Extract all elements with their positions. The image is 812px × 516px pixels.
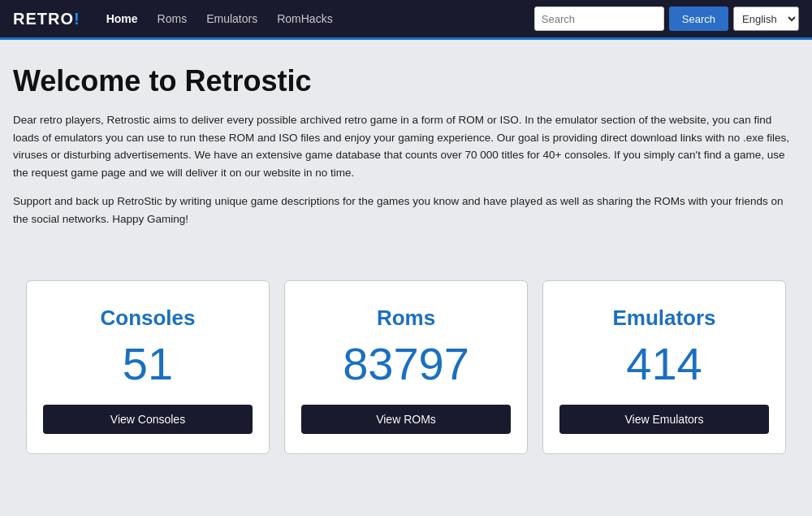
card-button-emulators[interactable]: View Emulators	[559, 405, 769, 434]
card-roms: Roms83797View ROMs	[284, 280, 528, 455]
nav-link-roms[interactable]: Roms	[148, 0, 197, 37]
nav-links: HomeRomsEmulatorsRomHacks	[97, 0, 534, 37]
nav-link-home[interactable]: Home	[97, 0, 148, 37]
card-emulators: Emulators414View Emulators	[542, 280, 786, 455]
cards-section: Consoles51View ConsolesRoms83797View ROM…	[0, 264, 812, 479]
hero-paragraph-2: Support and back up RetroStic by writing…	[13, 193, 799, 228]
nav-link-romhacks[interactable]: RomHacks	[267, 0, 342, 37]
search-input[interactable]	[534, 7, 664, 31]
card-consoles: Consoles51View Consoles	[26, 280, 270, 455]
hero-section: Welcome to Retrostic Dear retro players,…	[0, 40, 812, 264]
logo-text-retro: RETRO	[13, 10, 74, 28]
search-button[interactable]: Search	[669, 7, 728, 31]
nav-link-emulators[interactable]: Emulators	[197, 0, 267, 37]
language-select[interactable]: EnglishFrenchSpanishGerman	[733, 7, 799, 31]
card-number-emulators: 414	[626, 339, 702, 389]
cards-container: Consoles51View ConsolesRoms83797View ROM…	[13, 280, 799, 455]
card-button-roms[interactable]: View ROMs	[301, 405, 511, 434]
card-title-emulators: Emulators	[612, 306, 715, 331]
nav-search-area: Search EnglishFrenchSpanishGerman	[534, 7, 799, 31]
card-title-consoles: Consoles	[100, 306, 195, 331]
logo-exclaim: !	[74, 10, 80, 28]
card-button-consoles[interactable]: View Consoles	[43, 405, 253, 434]
card-number-roms: 83797	[343, 339, 469, 389]
nav-logo[interactable]: RETRO!	[13, 10, 80, 28]
hero-paragraph-1: Dear retro players, Retrostic aims to de…	[13, 111, 799, 181]
hero-title: Welcome to Retrostic	[13, 64, 799, 98]
navbar: RETRO! HomeRomsEmulatorsRomHacks Search …	[0, 0, 812, 37]
card-number-consoles: 51	[123, 339, 173, 389]
card-title-roms: Roms	[377, 306, 435, 331]
